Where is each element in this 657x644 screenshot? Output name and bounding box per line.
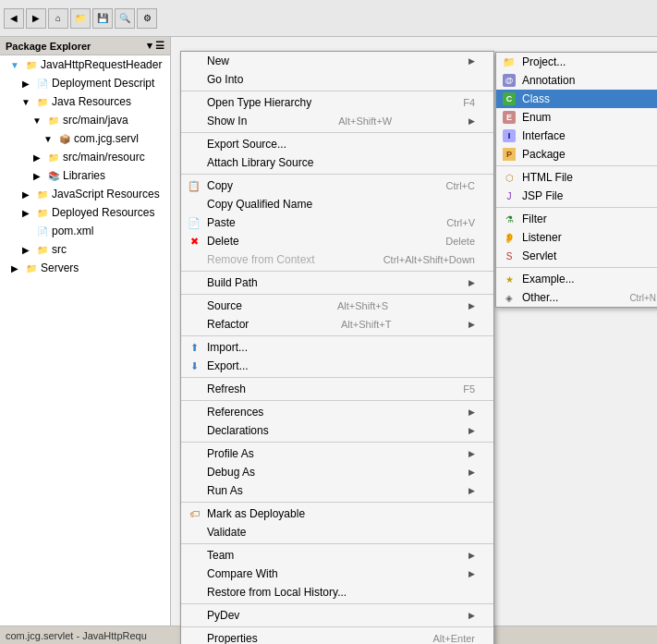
libraries-icon: 📚 xyxy=(46,168,61,183)
menu-refactor[interactable]: Refactor Alt+Shift+T xyxy=(181,315,493,334)
toolbar-btn-6[interactable]: 🔍 xyxy=(115,8,135,29)
menu-source[interactable]: Source Alt+Shift+S xyxy=(181,297,493,315)
menu-go-into[interactable]: Go Into xyxy=(181,70,493,89)
tree-src-main-java[interactable]: ▼ 📁 src/main/java xyxy=(0,111,170,129)
sep-4 xyxy=(181,271,493,272)
menu-copy-qualified[interactable]: Copy Qualified Name xyxy=(181,195,493,213)
menu-open-type[interactable]: Open Type Hierarchy F4 xyxy=(181,93,493,112)
menu-debug-as[interactable]: Debug As xyxy=(181,463,493,481)
explorer-panel: Package Explorer ▾ ☰ ▼ 📁 JavaHttpRequest… xyxy=(0,37,171,644)
tree-servers[interactable]: ▶ 📁 Servers xyxy=(0,259,170,277)
submenu-package[interactable]: P Package xyxy=(496,145,657,164)
tree-project[interactable]: ▼ 📁 JavaHttpRequestHeader xyxy=(0,55,170,74)
status-text: com.jcg.servlet - JavaHttpRequ xyxy=(6,630,147,641)
submenu-annotation[interactable]: @ Annotation xyxy=(496,71,657,90)
menu-delete[interactable]: ✖ Delete Delete xyxy=(181,232,493,250)
tree-src-main-resource[interactable]: ▶ 📁 src/main/resourc xyxy=(0,148,170,166)
menu-attach-lib[interactable]: Attach Library Source xyxy=(181,153,493,172)
toolbar-btn-5[interactable]: 💾 xyxy=(92,8,113,29)
submenu-class[interactable]: C Class xyxy=(496,90,657,108)
pom-spacer xyxy=(18,224,33,238)
menu-remove-context: Remove from Context Ctrl+Alt+Shift+Down xyxy=(181,250,493,269)
menu-show-in[interactable]: Show In Alt+Shift+W xyxy=(181,112,493,130)
sep-1 xyxy=(181,91,493,91)
tree-src[interactable]: ▶ 📁 src xyxy=(0,240,170,259)
src-resource-icon: 📁 xyxy=(46,150,61,164)
menu-profile-as-label: Profile As xyxy=(207,447,254,460)
menu-debug-as-label: Debug As xyxy=(207,466,255,479)
submenu-enum[interactable]: E Enum xyxy=(496,108,657,127)
menu-paste[interactable]: 📄 Paste Ctrl+V xyxy=(181,213,493,232)
menu-paste-label: Paste xyxy=(207,216,236,229)
jsp-sub-icon: J xyxy=(502,188,517,203)
submenu-project[interactable]: 📁 Project... xyxy=(496,53,657,71)
menu-export-source[interactable]: Export Source... xyxy=(181,135,493,153)
menu-new[interactable]: New xyxy=(181,52,493,70)
menu-references[interactable]: References xyxy=(181,403,493,421)
tree-java-resources[interactable]: ▼ 📁 Java Resources xyxy=(0,92,170,111)
submenu-servlet[interactable]: S Servlet xyxy=(496,247,657,265)
import-icon: ⬆ xyxy=(187,340,201,355)
src-main-java-label: src/main/java xyxy=(63,114,128,127)
class-sub-icon: C xyxy=(502,91,517,106)
menu-declarations[interactable]: Declarations xyxy=(181,421,493,440)
submenu-html-file[interactable]: ⬡ HTML File xyxy=(496,168,657,187)
menu-properties-shortcut: Alt+Enter xyxy=(432,633,475,644)
pom-label: pom.xml xyxy=(52,225,93,237)
submenu-filter[interactable]: ⚗ Filter xyxy=(496,210,657,228)
menu-remove-context-label: Remove from Context xyxy=(207,253,315,266)
menu-team-label: Team xyxy=(207,549,234,562)
menu-properties-label: Properties xyxy=(207,632,258,644)
js-resources-label: JavaScript Resources xyxy=(52,188,160,200)
submenu-servlet-label: Servlet xyxy=(522,249,556,262)
menu-team[interactable]: Team xyxy=(181,546,493,565)
menu-import[interactable]: ⬆ Import... xyxy=(181,338,493,357)
tree-deployment[interactable]: ▶ 📄 Deployment Descript xyxy=(0,74,170,92)
submenu-example[interactable]: ★ Example... xyxy=(496,270,657,288)
sep-13 xyxy=(181,626,493,627)
menu-mark-deployable[interactable]: 🏷 Mark as Deployable xyxy=(181,504,493,523)
menu-validate[interactable]: Validate xyxy=(181,523,493,541)
tree-pkg[interactable]: ▼ 📦 com.jcg.servl xyxy=(0,129,170,148)
menu-pydev[interactable]: PyDev xyxy=(181,606,493,625)
tree-expand-5: ▶ xyxy=(30,150,44,164)
submenu-interface[interactable]: I Interface xyxy=(496,127,657,145)
menu-attach-lib-label: Attach Library Source xyxy=(207,156,313,169)
toolbar-btn-3[interactable]: ⌂ xyxy=(48,8,68,29)
menu-run-as[interactable]: Run As xyxy=(181,481,493,500)
toolbar-btn-7[interactable]: ⚙ xyxy=(137,8,157,29)
menu-build-path[interactable]: Build Path xyxy=(181,273,493,292)
submenu-jsp-file[interactable]: J JSP File xyxy=(496,187,657,205)
toolbar-btn-2[interactable]: ▶ xyxy=(26,8,46,29)
submenu-annotation-label: Annotation xyxy=(522,74,575,87)
toolbar-btn-1[interactable]: ◀ xyxy=(4,8,24,29)
menu-refresh[interactable]: Refresh F5 xyxy=(181,380,493,398)
tree-js-resources[interactable]: ▶ 📁 JavaScript Resources xyxy=(0,185,170,203)
deployed-icon: 📁 xyxy=(35,205,50,220)
sep-12 xyxy=(181,603,493,604)
submenu-other-shortcut: Ctrl+N xyxy=(629,293,656,303)
pom-icon: 📄 xyxy=(35,224,50,238)
menu-compare-with[interactable]: Compare With xyxy=(181,565,493,583)
submenu-other[interactable]: ◈ Other... Ctrl+N xyxy=(496,288,657,307)
explorer-controls: ▾ ☰ xyxy=(147,40,164,52)
sep-3 xyxy=(181,174,493,175)
menu-copy[interactable]: 📋 Copy Ctrl+C xyxy=(181,176,493,195)
toolbar-btn-4[interactable]: 📁 xyxy=(70,8,91,29)
sep-10 xyxy=(181,502,493,503)
menu-profile-as[interactable]: Profile As xyxy=(181,444,493,463)
example-sub-icon: ★ xyxy=(502,272,517,286)
tree-pom[interactable]: 📄 pom.xml xyxy=(0,222,170,240)
menu-copy-shortcut: Ctrl+C xyxy=(446,180,475,191)
menu-export[interactable]: ⬇ Export... xyxy=(181,357,493,375)
menu-properties[interactable]: Properties Alt+Enter xyxy=(181,629,493,644)
tree-libraries[interactable]: ▶ 📚 Libraries xyxy=(0,166,170,185)
menu-copy-qualified-label: Copy Qualified Name xyxy=(207,198,312,211)
submenu-class-label: Class xyxy=(522,92,550,105)
sep-7 xyxy=(181,377,493,378)
submenu-interface-label: Interface xyxy=(522,129,566,142)
submenu-listener[interactable]: 👂 Listener xyxy=(496,228,657,247)
menu-restore-history[interactable]: Restore from Local History... xyxy=(181,583,493,601)
tree-deployed[interactable]: ▶ 📁 Deployed Resources xyxy=(0,203,170,222)
mark-icon: 🏷 xyxy=(187,506,201,521)
